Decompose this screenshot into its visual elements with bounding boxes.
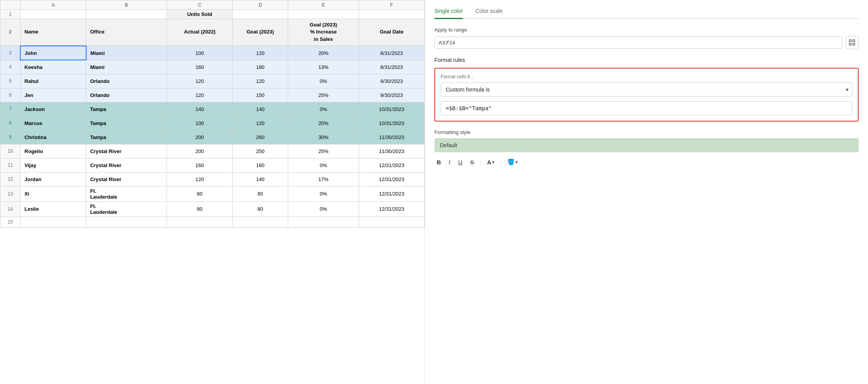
cell-office[interactable]: Crystal River	[86, 144, 167, 158]
formula-input-field[interactable]	[441, 101, 852, 115]
table-row[interactable]: 12JordanCrystal River12014017%12/31/2023	[0, 172, 425, 186]
cell-name[interactable]: Christina	[20, 130, 86, 144]
cell-actual[interactable]: 100	[167, 46, 232, 60]
cell-pct[interactable]: 0%	[288, 158, 359, 172]
cell-office[interactable]: Tampa	[86, 102, 167, 116]
condition-dropdown[interactable]: Custom formula is	[441, 83, 852, 97]
cell-goal[interactable]: 250	[232, 144, 288, 158]
cell-goal[interactable]: 180	[232, 60, 288, 74]
select-range-button[interactable]	[845, 36, 859, 49]
cell-1d[interactable]	[232, 10, 288, 19]
cell-pct[interactable]: 25%	[288, 144, 359, 158]
cell-office[interactable]: Orlando	[86, 88, 167, 102]
cell-actual[interactable]: 80	[167, 201, 232, 217]
cell-office[interactable]	[86, 217, 167, 227]
table-row[interactable]: 3JohnMiami10012020%8/31/2023	[0, 46, 425, 60]
cell-actual[interactable]: 200	[167, 144, 232, 158]
italic-button[interactable]: I	[446, 157, 453, 167]
cell-actual[interactable]: 80	[167, 186, 232, 201]
cell-name[interactable]: Vijay	[20, 158, 86, 172]
tab-single-color[interactable]: Single color	[434, 8, 463, 19]
cell-actual[interactable]: 120	[167, 74, 232, 88]
cell-date[interactable]: 8/31/2023	[359, 46, 424, 60]
cell-1b[interactable]	[86, 10, 167, 19]
cell-office[interactable]: Tampa	[86, 130, 167, 144]
cell-date[interactable]: 8/31/2023	[359, 60, 424, 74]
cell-1e[interactable]	[288, 10, 359, 19]
underline-button[interactable]: U	[456, 157, 465, 167]
cell-date[interactable]: 10/31/2023	[359, 102, 424, 116]
strikethrough-button[interactable]: S	[468, 157, 477, 167]
cell-goal[interactable]	[232, 217, 288, 227]
table-row[interactable]: 6JenOrlando12015025%9/30/2023	[0, 88, 425, 102]
table-row[interactable]: 11VijayCrystal River1601600%12/31/2023	[0, 158, 425, 172]
cell-name[interactable]: Marcus	[20, 116, 86, 130]
cell-1c-units-sold[interactable]: Units Sold	[167, 10, 232, 19]
fill-color-button[interactable]: 🪣 ▾	[505, 157, 520, 167]
cell-pct[interactable]: 30%	[288, 130, 359, 144]
cell-pct[interactable]: 0%	[288, 74, 359, 88]
table-row[interactable]: 15	[0, 217, 425, 227]
cell-name[interactable]: Keesha	[20, 60, 86, 74]
cell-actual[interactable]: 160	[167, 158, 232, 172]
cell-office[interactable]: Miami	[86, 46, 167, 60]
table-row[interactable]: 10RogelioCrystal River20025025%11/30/202…	[0, 144, 425, 158]
cell-1a[interactable]	[20, 10, 86, 19]
cell-office[interactable]: Orlando	[86, 74, 167, 88]
cell-pct[interactable]: 13%	[288, 60, 359, 74]
cell-actual[interactable]: 140	[167, 102, 232, 116]
range-input-field[interactable]	[434, 37, 842, 49]
cell-goal[interactable]: 80	[232, 201, 288, 217]
cell-name[interactable]	[20, 217, 86, 227]
cell-name[interactable]: Jen	[20, 88, 86, 102]
cell-actual[interactable]: 160	[167, 60, 232, 74]
font-color-button[interactable]: A ▾	[485, 157, 497, 167]
table-row[interactable]: 5RahulOrlando1201200%9/30/2023	[0, 74, 425, 88]
cell-pct[interactable]: 0%	[288, 201, 359, 217]
cell-goal[interactable]: 120	[232, 74, 288, 88]
cell-actual[interactable]: 120	[167, 88, 232, 102]
cell-goal[interactable]: 120	[232, 46, 288, 60]
cell-goal[interactable]: 150	[232, 88, 288, 102]
cell-goal[interactable]: 120	[232, 116, 288, 130]
cell-office[interactable]: Crystal River	[86, 172, 167, 186]
cell-office[interactable]: Ft. Lauderdale	[86, 186, 167, 201]
table-row[interactable]: 13XiFt. Lauderdale80800%12/31/2023	[0, 186, 425, 201]
cell-name[interactable]: Rahul	[20, 74, 86, 88]
cell-actual[interactable]: 200	[167, 130, 232, 144]
table-row[interactable]: 4KeeshaMiami16018013%8/31/2023	[0, 60, 425, 74]
cell-goal[interactable]: 160	[232, 158, 288, 172]
cell-goal[interactable]: 140	[232, 172, 288, 186]
cell-pct[interactable]: 20%	[288, 116, 359, 130]
cell-pct[interactable]: 25%	[288, 88, 359, 102]
cell-date[interactable]: 9/30/2023	[359, 88, 424, 102]
cell-office[interactable]: Tampa	[86, 116, 167, 130]
cell-office[interactable]: Miami	[86, 60, 167, 74]
cell-1f[interactable]	[359, 10, 424, 19]
cell-actual[interactable]	[167, 217, 232, 227]
cell-date[interactable]: 11/30/2023	[359, 144, 424, 158]
cell-pct[interactable]: 17%	[288, 172, 359, 186]
cell-pct[interactable]: 0%	[288, 186, 359, 201]
cell-name[interactable]: Xi	[20, 186, 86, 201]
cell-name[interactable]: Jackson	[20, 102, 86, 116]
cell-pct[interactable]: 0%	[288, 102, 359, 116]
cell-date[interactable]: 11/30/2023	[359, 130, 424, 144]
cell-date[interactable]	[359, 217, 424, 227]
table-row[interactable]: 8MarcusTampa10012020%10/31/2023	[0, 116, 425, 130]
table-row[interactable]: 7JacksonTampa1401400%10/31/2023	[0, 102, 425, 116]
cell-pct[interactable]	[288, 217, 359, 227]
cell-goal[interactable]: 80	[232, 186, 288, 201]
cell-date[interactable]: 12/31/2023	[359, 201, 424, 217]
cell-date[interactable]: 9/30/2023	[359, 74, 424, 88]
cell-goal[interactable]: 140	[232, 102, 288, 116]
cell-name[interactable]: John	[20, 46, 86, 60]
cell-office[interactable]: Ft. Lauderdale	[86, 201, 167, 217]
cell-name[interactable]: Rogelio	[20, 144, 86, 158]
cell-actual[interactable]: 120	[167, 172, 232, 186]
bold-button[interactable]: B	[434, 157, 443, 167]
tab-color-scale[interactable]: Color scale	[475, 8, 503, 18]
cell-goal[interactable]: 260	[232, 130, 288, 144]
table-row[interactable]: 14LeslieFt. Lauderdale80800%12/31/2023	[0, 201, 425, 217]
cell-date[interactable]: 12/31/2023	[359, 186, 424, 201]
